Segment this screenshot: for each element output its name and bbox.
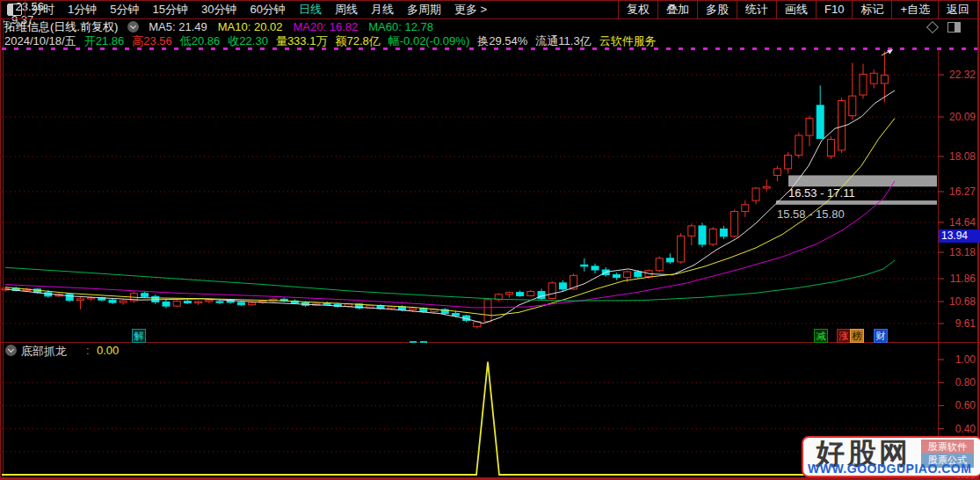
event-badge-涨[interactable]: 涨 <box>837 329 851 343</box>
y-axis-label: 10.68 <box>939 295 976 308</box>
event-badge-榜[interactable]: 榜 <box>850 329 864 343</box>
y-axis-label: 11.86 <box>939 273 976 285</box>
gap-zone-label: 16.53 - 17.11 <box>788 186 855 200</box>
sub-axis-label: 0.60 <box>939 399 976 411</box>
y-axis-label: 16.27 <box>939 185 976 198</box>
ma-lines <box>5 91 895 324</box>
y-axis-label: 18.08 <box>939 150 976 163</box>
event-badge-财[interactable]: 财 <box>874 329 888 343</box>
last-price-marker: 13.94 <box>939 229 980 243</box>
y-axis-label: 9.61 <box>939 317 976 330</box>
y-axis-label: 13.18 <box>939 246 976 258</box>
ma-line-MA5 <box>5 91 895 324</box>
axis-event-marker <box>410 341 417 343</box>
gap-zone-label: 15.58 - 15.80 <box>777 207 845 221</box>
ma-line-MA60 <box>5 260 895 301</box>
y-axis-label: 20.09 <box>939 111 976 123</box>
sub-axis-label: 1.00 <box>939 353 976 366</box>
chart-canvas[interactable] <box>0 0 980 480</box>
y-axis-label: 22.32 <box>939 69 976 81</box>
event-badge-减[interactable]: 减 <box>814 329 828 343</box>
sub-axis-label: 0.80 <box>939 376 976 389</box>
axis-event-marker <box>420 341 427 343</box>
candles <box>2 51 888 328</box>
watermark-url: WWW.GOODGUPIAO.COM <box>808 462 971 476</box>
event-badge-解[interactable]: 解 <box>132 329 146 343</box>
ma-line-MA20 <box>5 181 895 308</box>
sub-indicator-line <box>2 362 936 475</box>
watermark: 好股网 股票软件 股票公式 WWW.GOODGUPIAO.COM <box>802 436 980 477</box>
ma-line-MA10 <box>5 119 895 316</box>
y-axis-label: 14.64 <box>939 216 976 229</box>
sub-axis-label: 0.40 <box>939 423 976 435</box>
trading-app-window: 分时1分钟5分钟15分钟30分钟60分钟日线周线月线多周期更多 > 复权叠加多股… <box>0 0 980 480</box>
